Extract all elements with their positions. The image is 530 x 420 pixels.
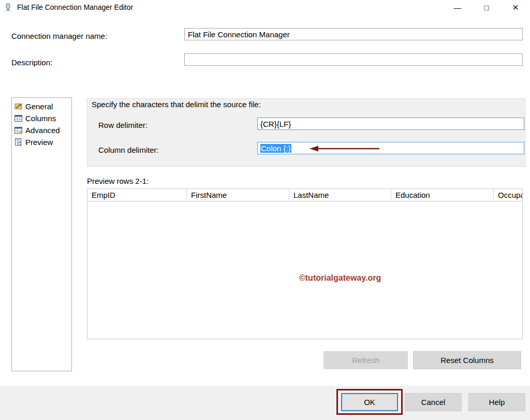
reset-columns-button[interactable]: Reset Columns: [413, 351, 521, 369]
pages-list: General Columns Advanced: [11, 97, 72, 371]
column-header-empid[interactable]: EmpID: [87, 189, 187, 201]
delimiters-group-title: Specify the characters that delimit the …: [92, 100, 261, 109]
refresh-button[interactable]: Refresh: [323, 351, 408, 369]
sidebar-item-advanced[interactable]: Advanced: [12, 124, 71, 136]
column-header-firstname[interactable]: FirstName: [187, 189, 289, 201]
sidebar-item-preview[interactable]: Preview: [12, 136, 71, 148]
minimize-icon[interactable]: —: [443, 0, 472, 15]
column-header-occupation[interactable]: Occupa: [494, 189, 522, 201]
help-button[interactable]: Help: [468, 393, 525, 411]
cancel-button[interactable]: Cancel: [405, 393, 462, 411]
connection-manager-name-input[interactable]: [184, 28, 523, 40]
watermark-text: ©tutorialgateway.org: [299, 273, 381, 283]
window-title: Flat File Connection Manager Editor: [17, 3, 133, 11]
flat-file-connection-manager-editor-dialog: Flat File Connection Manager Editor — □ …: [0, 0, 530, 420]
preview-table: EmpID FirstName LastName Education Occup…: [87, 189, 523, 339]
ok-button[interactable]: OK: [341, 393, 398, 411]
row-delimiter-combobox[interactable]: {CR}{LF}: [257, 118, 524, 130]
column-header-lastname[interactable]: LastName: [289, 189, 391, 201]
advanced-page-icon: [14, 126, 22, 134]
window-controls: — □ ×: [443, 0, 530, 15]
connection-manager-name-label: Connection manager name:: [11, 32, 107, 40]
preview-table-header: EmpID FirstName LastName Education Occup…: [87, 189, 522, 201]
titlebar: Flat File Connection Manager Editor — □ …: [0, 0, 530, 15]
sidebar-item-general[interactable]: General: [12, 100, 71, 112]
close-icon[interactable]: ×: [501, 0, 530, 15]
columns-page-icon: [14, 114, 22, 122]
column-header-education[interactable]: Education: [391, 189, 494, 201]
dialog-icon: [4, 3, 12, 11]
sidebar-item-label: Preview: [25, 138, 53, 147]
column-delimiter-value: Colon {:}: [260, 144, 291, 153]
sidebar-item-columns[interactable]: Columns: [12, 112, 71, 124]
row-delimiter-value: {CR}{LF}: [260, 120, 291, 128]
row-delimiter-label: Row delimiter:: [98, 121, 148, 129]
sidebar-item-label: Advanced: [25, 126, 60, 135]
sidebar-item-label: General: [25, 102, 53, 111]
description-label: Description:: [11, 58, 52, 67]
sidebar-item-label: Columns: [25, 114, 56, 123]
preview-rows-label: Preview rows 2-1:: [87, 177, 149, 185]
general-page-icon: [14, 103, 22, 110]
preview-page-icon: [14, 138, 22, 146]
description-input[interactable]: [184, 53, 523, 66]
maximize-icon[interactable]: □: [472, 0, 501, 15]
column-delimiter-label: Column delimiter:: [98, 146, 159, 154]
column-delimiter-combobox[interactable]: Colon {:}: [257, 142, 524, 154]
